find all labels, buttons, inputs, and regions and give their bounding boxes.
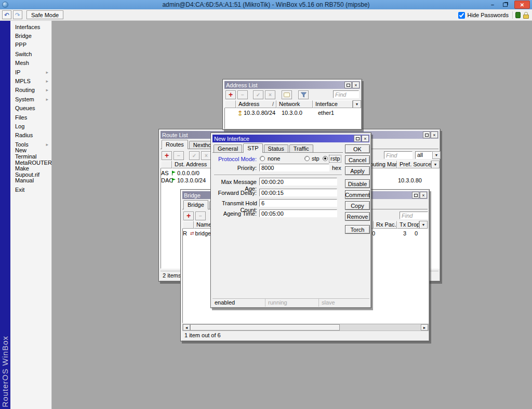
column-rx-packet[interactable]: Rx Pac... bbox=[374, 221, 397, 229]
enable-address-button[interactable]: ✓ bbox=[253, 90, 263, 99]
scrollbar-thumb[interactable] bbox=[190, 324, 340, 331]
scroll-left-button[interactable]: ◄ bbox=[183, 324, 190, 331]
submenu-arrow-icon: ▸ bbox=[46, 78, 48, 84]
remove-route-button[interactable]: − bbox=[174, 151, 184, 160]
tab-bridge[interactable]: Bridge bbox=[183, 200, 208, 209]
horizontal-scrollbar[interactable]: ◄ ► bbox=[182, 324, 429, 331]
ageing-time-input[interactable] bbox=[259, 209, 337, 217]
sidebar-item-make-supout[interactable]: Make Supout.rif bbox=[10, 167, 51, 176]
maximize-button[interactable] bbox=[344, 82, 352, 88]
column-network[interactable]: Network bbox=[276, 100, 313, 108]
comment-button[interactable]: Comment bbox=[345, 190, 370, 199]
new-interface-titlebar[interactable]: New Interface × bbox=[212, 135, 369, 142]
protocol-rstp-label[interactable]: rstp bbox=[329, 155, 341, 162]
find-input[interactable] bbox=[384, 151, 413, 159]
torch-button[interactable]: Torch bbox=[345, 225, 370, 234]
close-icon[interactable]: × bbox=[431, 131, 438, 138]
protocol-rstp-radio[interactable] bbox=[323, 156, 328, 161]
enable-route-button[interactable]: ✓ bbox=[189, 151, 200, 160]
maximize-button[interactable] bbox=[423, 131, 430, 138]
hide-passwords-checkbox[interactable] bbox=[458, 12, 465, 19]
transmit-hold-count-input[interactable] bbox=[259, 199, 337, 207]
disable-route-button[interactable]: × bbox=[201, 151, 211, 160]
column-interface[interactable]: Interface bbox=[313, 100, 353, 108]
filter-dropdown-button[interactable]: ▼ bbox=[432, 151, 441, 159]
sidebar-item-log[interactable]: Log bbox=[10, 122, 51, 130]
lock-icon bbox=[523, 12, 529, 19]
maximize-button[interactable] bbox=[412, 192, 419, 199]
tab-traffic[interactable]: Traffic bbox=[289, 144, 313, 152]
sidebar-item-manual[interactable]: Manual bbox=[10, 176, 51, 185]
route-filter-select[interactable]: all bbox=[415, 151, 432, 159]
remove-address-button[interactable]: − bbox=[237, 90, 248, 99]
find-input[interactable] bbox=[400, 212, 428, 219]
sidebar-item-queues[interactable]: Queues bbox=[10, 104, 51, 113]
column-flags[interactable] bbox=[224, 100, 236, 108]
sidebar-item-ppp[interactable]: PPP bbox=[10, 41, 51, 49]
copy-button[interactable]: Copy bbox=[345, 201, 370, 210]
column-selector-button[interactable]: ▼ bbox=[431, 161, 440, 168]
sidebar-item-new-terminal[interactable]: New Terminal bbox=[10, 149, 51, 157]
column-flags[interactable] bbox=[161, 161, 172, 168]
maximize-button[interactable] bbox=[354, 135, 361, 142]
priority-input[interactable] bbox=[259, 164, 329, 171]
add-route-button[interactable]: + bbox=[162, 151, 172, 160]
tab-general[interactable]: General bbox=[214, 144, 242, 152]
column-pref-source[interactable]: Pref. Source bbox=[397, 161, 431, 168]
undo-button[interactable]: ↶ bbox=[2, 10, 11, 19]
scroll-right-button[interactable]: ► bbox=[421, 324, 428, 331]
find-input[interactable] bbox=[333, 90, 359, 98]
cancel-button[interactable]: Cancel bbox=[345, 155, 370, 164]
max-message-age-input[interactable] bbox=[259, 178, 337, 186]
safe-mode-button[interactable]: Safe Mode bbox=[26, 10, 63, 19]
protocol-stp-radio[interactable] bbox=[304, 156, 310, 161]
sidebar-item-system[interactable]: System▸ bbox=[10, 95, 51, 103]
close-button[interactable]: ✕ bbox=[514, 1, 530, 9]
filter-button[interactable] bbox=[298, 90, 309, 99]
sidebar-item-files[interactable]: Files bbox=[10, 113, 51, 122]
sidebar-item-switch[interactable]: Switch bbox=[10, 49, 51, 58]
sidebar-item-ip[interactable]: IP▸ bbox=[10, 68, 51, 76]
dialog-statusbar: enabled running slave bbox=[212, 298, 369, 307]
column-address[interactable]: Address/ bbox=[236, 100, 276, 108]
tab-stp[interactable]: STP bbox=[243, 143, 262, 153]
sidebar-item-radius[interactable]: Radius bbox=[10, 131, 51, 140]
protocol-none-label[interactable]: none bbox=[268, 155, 280, 162]
sidebar-item-routing[interactable]: Routing▸ bbox=[10, 86, 51, 95]
remove-bridge-button[interactable]: − bbox=[195, 212, 206, 220]
redo-button[interactable]: ↷ bbox=[13, 10, 22, 19]
comment-button[interactable] bbox=[282, 90, 292, 99]
tab-routes[interactable]: Routes bbox=[162, 140, 188, 149]
remove-button[interactable]: Remove bbox=[345, 212, 370, 221]
minimize-button[interactable]: – bbox=[487, 0, 498, 9]
connection-status-icon bbox=[515, 12, 521, 18]
address-row[interactable]: 10.3.0.80/24 10.3.0.0 ether1 bbox=[225, 109, 360, 116]
add-address-button[interactable]: + bbox=[225, 90, 236, 99]
restore-button[interactable] bbox=[500, 0, 510, 9]
forward-delay-input[interactable] bbox=[259, 189, 337, 196]
column-selector-button[interactable]: ▼ bbox=[353, 100, 361, 108]
apply-button[interactable]: Apply bbox=[345, 166, 370, 175]
app-titlebar[interactable]: admin@D4:CA:6D:5A:A1:51 (MikroTik) - Win… bbox=[0, 0, 532, 9]
protocol-none-radio[interactable] bbox=[260, 156, 265, 161]
close-icon[interactable]: × bbox=[352, 82, 360, 88]
sidebar-item-mpls[interactable]: MPLS▸ bbox=[10, 76, 51, 85]
main-toolbar: ↶ ↷ Safe Mode Hide Passwords bbox=[0, 9, 532, 21]
close-icon[interactable]: × bbox=[420, 192, 427, 199]
column-tx-drops[interactable]: Tx Drops bbox=[397, 221, 419, 229]
sidebar-item-bridge[interactable]: Bridge bbox=[10, 31, 51, 40]
column-selector-button[interactable]: ▼ bbox=[419, 221, 428, 229]
disable-address-button[interactable]: × bbox=[265, 90, 275, 99]
route-list-status-text: 2 items bbox=[163, 272, 181, 279]
ok-button[interactable]: OK bbox=[345, 144, 370, 153]
sidebar-item-mesh[interactable]: Mesh bbox=[10, 59, 51, 68]
disable-button[interactable]: Disable bbox=[345, 179, 370, 188]
address-list-titlebar[interactable]: Address List × bbox=[224, 81, 360, 89]
add-bridge-button[interactable]: + bbox=[183, 212, 194, 220]
sidebar-item-exit[interactable]: Exit bbox=[10, 185, 51, 194]
column-flags[interactable] bbox=[182, 221, 194, 229]
close-icon[interactable]: × bbox=[362, 135, 369, 142]
sidebar-item-interfaces[interactable]: Interfaces bbox=[10, 22, 51, 31]
protocol-stp-label[interactable]: stp bbox=[312, 155, 320, 162]
tab-status[interactable]: Status bbox=[264, 144, 288, 152]
